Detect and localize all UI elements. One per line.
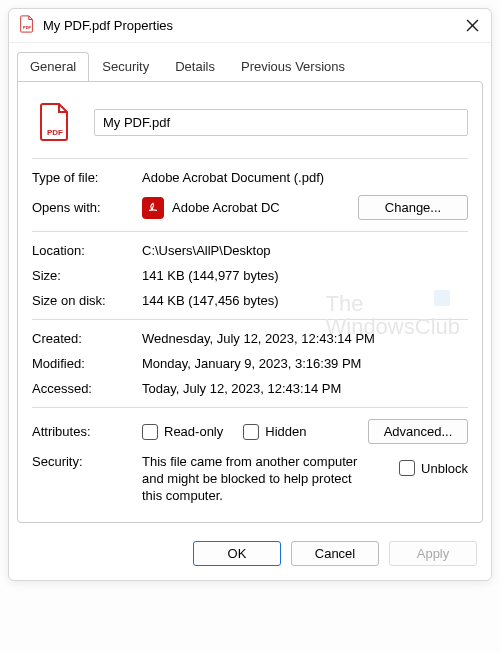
size-label: Size: <box>32 268 142 283</box>
created-label: Created: <box>32 331 142 346</box>
readonly-checkbox[interactable] <box>142 424 158 440</box>
advanced-button[interactable]: Advanced... <box>368 419 468 444</box>
location-label: Location: <box>32 243 142 258</box>
divider <box>32 319 468 320</box>
type-of-file-label: Type of file: <box>32 170 142 185</box>
filename-input[interactable] <box>94 109 468 136</box>
tabs: General Security Details Previous Versio… <box>9 43 491 81</box>
size-on-disk-label: Size on disk: <box>32 293 142 308</box>
tab-general[interactable]: General <box>17 52 89 82</box>
created-value: Wednesday, July 12, 2023, 12:43:14 PM <box>142 331 468 346</box>
svg-text:PDF: PDF <box>23 25 32 30</box>
tab-previous-versions[interactable]: Previous Versions <box>228 52 358 82</box>
titlebar: PDF My PDF.pdf Properties <box>9 9 491 43</box>
window-title: My PDF.pdf Properties <box>43 18 455 33</box>
divider <box>32 407 468 408</box>
hidden-checkbox[interactable] <box>243 424 259 440</box>
divider <box>32 158 468 159</box>
accessed-label: Accessed: <box>32 381 142 396</box>
location-value: C:\Users\AllP\Desktop <box>142 243 468 258</box>
modified-value: Monday, January 9, 2023, 3:16:39 PM <box>142 356 468 371</box>
change-button[interactable]: Change... <box>358 195 468 220</box>
hidden-label: Hidden <box>265 424 306 439</box>
dialog-footer: OK Cancel Apply <box>9 531 491 580</box>
cancel-button[interactable]: Cancel <box>291 541 379 566</box>
pdf-file-icon-large: PDF <box>38 102 72 142</box>
tab-details[interactable]: Details <box>162 52 228 82</box>
security-label: Security: <box>32 454 142 469</box>
security-text: This file came from another computer and… <box>142 454 372 505</box>
tab-security[interactable]: Security <box>89 52 162 82</box>
acrobat-app-icon <box>142 197 164 219</box>
svg-text:PDF: PDF <box>47 128 63 137</box>
attributes-label: Attributes: <box>32 424 142 439</box>
accessed-value: Today, July 12, 2023, 12:43:14 PM <box>142 381 468 396</box>
apply-button[interactable]: Apply <box>389 541 477 566</box>
modified-label: Modified: <box>32 356 142 371</box>
ok-button[interactable]: OK <box>193 541 281 566</box>
opens-with-label: Opens with: <box>32 200 142 215</box>
size-on-disk-value: 144 KB (147,456 bytes) <box>142 293 468 308</box>
general-panel: The WindowsClub PDF Type of file: Adobe … <box>17 81 483 523</box>
properties-dialog: PDF My PDF.pdf Properties General Securi… <box>8 8 492 581</box>
close-button[interactable] <box>463 17 481 35</box>
size-value: 141 KB (144,977 bytes) <box>142 268 468 283</box>
unblock-label: Unblock <box>421 461 468 476</box>
opens-with-value: Adobe Acrobat DC <box>172 200 358 215</box>
type-of-file-value: Adobe Acrobat Document (.pdf) <box>142 170 468 185</box>
pdf-file-icon: PDF <box>19 15 35 36</box>
unblock-checkbox[interactable] <box>399 460 415 476</box>
readonly-label: Read-only <box>164 424 223 439</box>
divider <box>32 231 468 232</box>
